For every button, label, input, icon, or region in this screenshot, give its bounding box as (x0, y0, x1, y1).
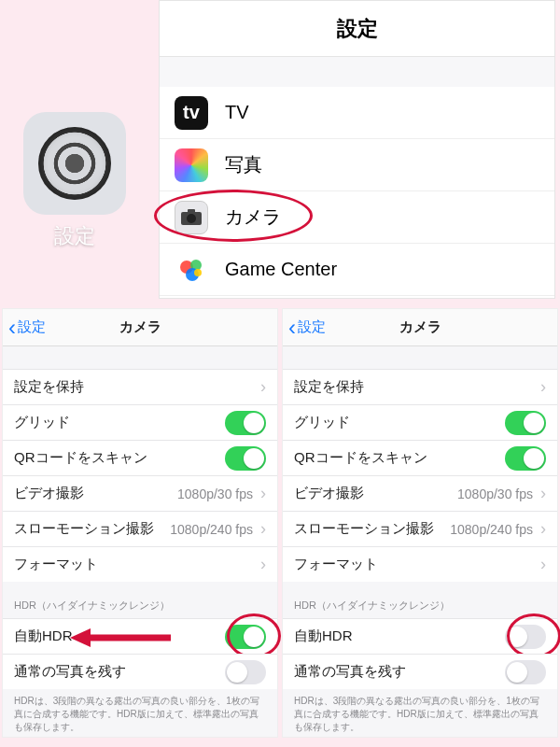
settings-row-tv[interactable]: tv TV (160, 87, 554, 139)
settings-row-label: TV (225, 102, 249, 123)
row-keep-normal[interactable]: 通常の写真を残す (283, 654, 557, 689)
annotation-arrow (70, 627, 173, 649)
row-preserve-settings[interactable]: 設定を保持› (3, 369, 277, 404)
row-video-record[interactable]: ビデオ撮影1080p/30 fps› (3, 475, 277, 511)
row-keep-normal[interactable]: 通常の写真を残す (3, 654, 277, 689)
row-format[interactable]: フォーマット› (3, 546, 277, 582)
hdr-footer-note: HDRは、3段階の異なる露出の写真の良い部分を、1枚の写真に合成する機能です。H… (283, 689, 557, 745)
toggle-auto-hdr[interactable] (225, 625, 266, 649)
toggle-keep-normal[interactable] (505, 660, 546, 684)
toggle-grid[interactable] (225, 411, 266, 435)
page-title: カメラ (3, 318, 277, 336)
row-auto-hdr[interactable]: 自動HDR (3, 618, 277, 654)
hdr-footer-note: HDRは、3段階の異なる露出の写真の良い部分を、1枚の写真に合成する機能です。H… (3, 689, 277, 745)
row-slow-motion[interactable]: スローモーション撮影1080p/240 fps› (3, 511, 277, 546)
toggle-keep-normal[interactable] (225, 660, 266, 684)
row-preserve-settings[interactable]: 設定を保持› (283, 369, 557, 404)
svg-rect-2 (188, 209, 195, 213)
toggle-qr[interactable] (505, 446, 546, 471)
settings-row-camera[interactable]: カメラ (160, 191, 554, 244)
settings-row-gamecenter[interactable]: Game Center (160, 244, 554, 296)
chevron-right-icon: › (260, 484, 266, 503)
page-title: 設定 (160, 1, 554, 57)
camera-settings-right: 設定 カメラ 設定を保持› グリッド QRコードをスキャン ビデオ撮影1080p… (282, 308, 558, 738)
page-title: カメラ (283, 318, 557, 336)
settings-app-badge: 設定 (9, 112, 140, 250)
row-slow-motion[interactable]: スローモーション撮影1080p/240 fps› (283, 511, 557, 546)
toggle-auto-hdr[interactable] (505, 625, 546, 649)
hdr-section-label: HDR（ハイダイナミックレンジ） (3, 582, 277, 618)
photos-icon (175, 148, 208, 182)
settings-row-label: 写真 (225, 152, 262, 177)
toggle-qr[interactable] (225, 446, 266, 471)
tv-icon: tv (175, 96, 208, 130)
settings-row-photos[interactable]: 写真 (160, 139, 554, 191)
row-scan-qr[interactable]: QRコードをスキャン (283, 440, 557, 475)
camera-icon (175, 201, 208, 234)
chevron-right-icon: › (540, 555, 546, 574)
chevron-right-icon: › (260, 555, 266, 574)
row-grid[interactable]: グリッド (283, 404, 557, 440)
svg-point-6 (194, 269, 202, 276)
row-scan-qr[interactable]: QRコードをスキャン (3, 440, 277, 475)
hdr-section-label: HDR（ハイダイナミックレンジ） (283, 582, 557, 618)
settings-app-label: 設定 (9, 222, 140, 250)
row-video-record[interactable]: ビデオ撮影1080p/30 fps› (283, 475, 557, 511)
svg-marker-8 (70, 628, 91, 647)
settings-row-label: Game Center (225, 259, 337, 280)
toggle-grid[interactable] (505, 411, 546, 435)
chevron-right-icon: › (540, 377, 546, 397)
chevron-right-icon: › (260, 519, 266, 539)
row-format[interactable]: フォーマット› (283, 546, 557, 582)
row-grid[interactable]: グリッド (3, 404, 277, 440)
svg-point-1 (187, 214, 196, 223)
gamecenter-icon (175, 253, 208, 287)
chevron-right-icon: › (540, 484, 546, 503)
settings-root-panel: 設定 tv TV 写真 カメラ Game Center (159, 0, 555, 299)
camera-settings-left: 設定 カメラ 設定を保持› グリッド QRコードをスキャン ビデオ撮影1080p… (2, 308, 278, 738)
settings-row-label: カメラ (225, 204, 281, 230)
chevron-right-icon: › (260, 377, 266, 397)
chevron-right-icon: › (540, 519, 546, 539)
gear-icon (23, 112, 126, 215)
row-auto-hdr[interactable]: 自動HDR (283, 618, 557, 654)
